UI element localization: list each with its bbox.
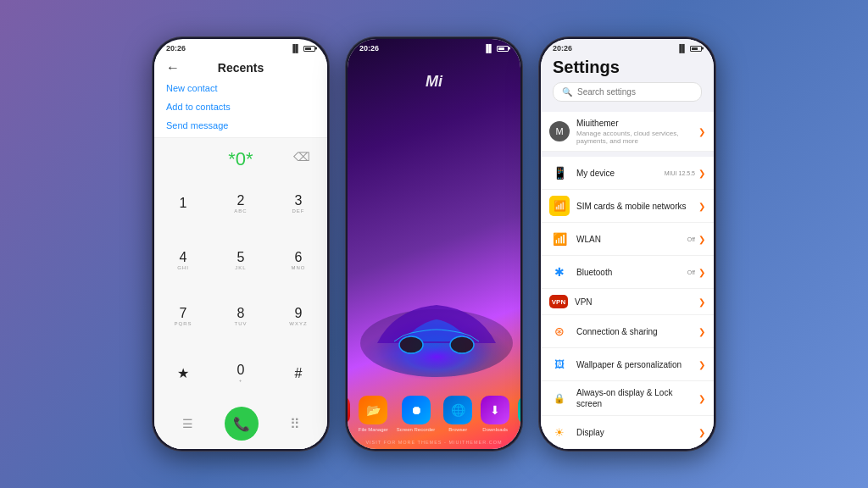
phone1-title: Recents — [218, 61, 264, 75]
app-downloads[interactable]: ⬇ Downloads — [481, 396, 509, 432]
settings-text-account: Miuithemer Manage accounts, cloud servic… — [576, 118, 692, 145]
dial-key-7[interactable]: 7PQRS — [154, 289, 212, 346]
dial-key-6[interactable]: 6MNO — [270, 232, 327, 289]
settings-text-wlan: WLAN — [576, 234, 681, 245]
svg-point-2 — [450, 336, 474, 353]
account-icon: M — [549, 121, 570, 141]
settings-item-account[interactable]: M Miuithemer Manage accounts, cloud serv… — [541, 112, 714, 152]
settings-text-vpn: VPN — [575, 297, 692, 308]
app-screenrecorder[interactable]: ⏺ Screen Recorder — [397, 396, 435, 432]
chevron-icon-wlan: ❯ — [698, 235, 705, 244]
dial-key-hash[interactable]: # — [270, 345, 327, 402]
settings-item-vpn[interactable]: VPN VPN ❯ — [541, 289, 714, 315]
dial-key-0[interactable]: 0+ — [212, 345, 270, 402]
phone3-screen: 20:26 ▐▌ Settings 🔍 M Miuithemer — [541, 39, 714, 449]
new-contact-link[interactable]: New contact — [166, 83, 315, 93]
settings-item-connection[interactable]: ⊛ Connection & sharing ❯ — [541, 315, 714, 348]
settings-text-sim: SIM cards & mobile networks — [576, 201, 692, 212]
settings-right-connection: ❯ — [698, 327, 705, 336]
settings-right-vpn: ❯ — [698, 297, 705, 307]
phone-1: 20:26 ▐▌ ← Recents New contact Add to co… — [152, 36, 330, 452]
battery-icon-3 — [690, 46, 702, 52]
search-input[interactable] — [577, 87, 693, 97]
filemanager-icon: 📂 — [359, 396, 387, 424]
settings-right-alwayson: ❯ — [698, 394, 705, 403]
bluetooth-icon: ✱ — [549, 262, 570, 282]
chevron-icon-vpn: ❯ — [698, 297, 705, 307]
call-button[interactable]: 📞 — [225, 407, 259, 441]
downloads-icon: ⬇ — [481, 396, 509, 424]
phone-3: 20:26 ▐▌ Settings 🔍 M Miuithemer — [538, 36, 716, 452]
settings-right-wlan: Off ❯ — [687, 235, 705, 244]
battery-icon — [303, 46, 315, 52]
phone-2: 20:26 ▐▌ Mi — [345, 36, 523, 452]
status-bar-3: 20:26 ▐▌ — [541, 39, 714, 54]
settings-text-mydevice: My device — [576, 168, 658, 179]
settings-item-display[interactable]: ☀ Display ❯ — [541, 416, 714, 449]
app-recorder[interactable]: 🎙 Recorder — [348, 396, 350, 432]
phone1-header: ← Recents — [154, 54, 327, 78]
app-browser[interactable]: 🌐 Browser — [443, 396, 472, 432]
screenrecorder-icon: ⏺ — [402, 396, 431, 424]
app-miremote[interactable]: ⊕ Mi Remote — [518, 396, 520, 432]
phone1-screen: ← Recents New contact Add to contacts Se… — [154, 54, 327, 449]
signal-icon-2: ▐▌ — [483, 44, 494, 53]
mi-logo: Mi — [426, 73, 442, 91]
wlan-icon: 📶 — [549, 229, 570, 249]
dial-key-8[interactable]: 8TUV — [212, 289, 270, 346]
dial-key-1[interactable]: 1 — [154, 175, 212, 232]
add-to-contacts-link[interactable]: Add to contacts — [166, 102, 315, 112]
svg-point-1 — [399, 336, 423, 353]
time-1: 20:26 — [166, 44, 186, 53]
time-2: 20:26 — [359, 44, 379, 53]
phone1-actions: New contact Add to contacts Send message — [154, 78, 327, 138]
dial-key-5[interactable]: 5JKL — [212, 232, 270, 289]
back-arrow-icon[interactable]: ← — [166, 60, 180, 75]
settings-item-wallpaper[interactable]: 🖼 Wallpaper & personalization ❯ — [541, 348, 714, 381]
dialpad-bottom: ☰ 📞 ⠿ — [154, 402, 327, 449]
miremote-icon: ⊕ — [518, 396, 520, 424]
dial-key-star[interactable]: ★ — [154, 345, 212, 402]
settings-text-wallpaper: Wallpaper & personalization — [576, 359, 692, 370]
settings-text-bluetooth: Bluetooth — [576, 267, 681, 278]
settings-page-title: Settings — [553, 58, 702, 77]
settings-right-mydevice: MIUI 12.5.5 ❯ — [665, 169, 705, 178]
dial-number: *0* — [228, 148, 253, 169]
time-3: 20:26 — [553, 44, 572, 53]
settings-search-bar[interactable]: 🔍 — [553, 82, 702, 102]
sim-icon: 📶 — [549, 196, 570, 216]
connection-icon: ⊛ — [549, 321, 570, 341]
settings-list: M Miuithemer Manage accounts, cloud serv… — [541, 107, 714, 449]
settings-item-mydevice[interactable]: 📱 My device MIUI 12.5.5 ❯ — [541, 157, 714, 190]
settings-item-wlan[interactable]: 📶 WLAN Off ❯ — [541, 223, 714, 256]
settings-right-display: ❯ — [698, 428, 705, 437]
keypad-icon[interactable]: ⠿ — [290, 416, 300, 432]
app-icons-grid: 🎙 Recorder 📂 File Manager ⏺ Screen Recor… — [348, 396, 520, 432]
search-icon: 🔍 — [562, 87, 572, 97]
chevron-icon-display: ❯ — [698, 428, 705, 437]
wallpaper-icon: 🖼 — [549, 354, 570, 374]
send-message-link[interactable]: Send message — [166, 120, 315, 130]
dialpad-grid: 1 2ABC 3DEF 4GHI 5JKL 6MNO 7PQRS 8TUV 9W… — [154, 175, 327, 402]
chevron-icon-alwayson: ❯ — [698, 394, 705, 403]
status-bar-1: 20:26 ▐▌ — [154, 39, 327, 54]
menu-icon[interactable]: ☰ — [182, 417, 193, 430]
dialpad-display: *0* ⌫ — [154, 138, 327, 175]
phone2-screen: 20:26 ▐▌ Mi — [348, 39, 520, 449]
dial-key-4[interactable]: 4GHI — [154, 232, 212, 289]
recorder-icon: 🎙 — [348, 396, 350, 424]
chevron-icon-device: ❯ — [698, 169, 705, 178]
chevron-icon-connection: ❯ — [698, 327, 705, 336]
settings-item-sim[interactable]: 📶 SIM cards & mobile networks ❯ — [541, 190, 714, 223]
chevron-icon-bluetooth: ❯ — [698, 268, 705, 277]
app-filemanager[interactable]: 📂 File Manager — [359, 396, 388, 432]
dial-key-2[interactable]: 2ABC — [212, 175, 270, 232]
dial-key-9[interactable]: 9WXYZ — [270, 289, 327, 346]
dial-key-3[interactable]: 3DEF — [270, 175, 327, 232]
delete-icon[interactable]: ⌫ — [293, 150, 310, 164]
device-icon: 📱 — [549, 163, 570, 183]
vpn-icon: VPN — [549, 295, 568, 308]
settings-item-alwayson[interactable]: 🔒 Always-on display & Lock screen ❯ — [541, 381, 714, 416]
signal-icon: ▐▌ — [290, 44, 301, 53]
settings-item-bluetooth[interactable]: ✱ Bluetooth Off ❯ — [541, 256, 714, 289]
